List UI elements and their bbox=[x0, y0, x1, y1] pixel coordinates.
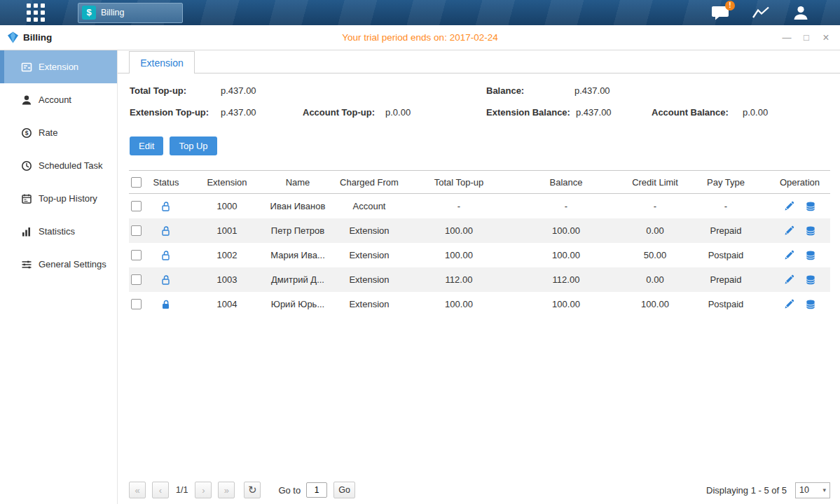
extension-cell: 1002 bbox=[184, 250, 270, 260]
extension-topup-value: p.437.00 bbox=[221, 107, 256, 118]
table-row[interactable]: 1004 Юрий Юрь... Extension 100.00 100.00… bbox=[129, 292, 830, 316]
page-size-select[interactable]: 10 ▾ bbox=[795, 482, 830, 498]
action-buttons: Edit Top Up bbox=[130, 136, 217, 155]
tab-extension[interactable]: Extension bbox=[129, 51, 195, 74]
topup-coins-icon[interactable] bbox=[805, 250, 816, 261]
name-cell: Дмитрий Д... bbox=[270, 274, 325, 285]
row-checkbox[interactable] bbox=[131, 250, 142, 260]
row-checkbox[interactable] bbox=[131, 299, 142, 309]
reports-icon[interactable] bbox=[752, 6, 770, 20]
maximize-icon[interactable]: □ bbox=[801, 32, 812, 43]
topup-coins-icon[interactable] bbox=[805, 274, 816, 286]
top-up-button[interactable]: Top Up bbox=[170, 136, 216, 155]
window-title-text: Billing bbox=[23, 32, 52, 43]
account-balance-value: p.0.00 bbox=[743, 107, 768, 118]
balance-label: Balance: bbox=[486, 85, 524, 96]
status-cell bbox=[149, 225, 184, 237]
rate-icon: $ bbox=[21, 127, 32, 139]
edit-button[interactable]: Edit bbox=[130, 136, 163, 155]
sidebar-item-statistics[interactable]: Statistics bbox=[0, 215, 117, 248]
person-icon bbox=[792, 5, 809, 20]
row-checkbox[interactable] bbox=[131, 225, 142, 236]
edit-icon[interactable] bbox=[784, 201, 794, 211]
header-checkbox-cell bbox=[129, 177, 149, 188]
col-balance: Balance bbox=[504, 177, 628, 188]
sidebar-item-label: Account bbox=[39, 94, 71, 105]
col-total-topup: Total Top-up bbox=[413, 177, 504, 188]
name-cell: Мария Ива... bbox=[270, 250, 325, 260]
prev-page-button[interactable]: ‹ bbox=[152, 482, 169, 498]
col-extension: Extension bbox=[184, 177, 270, 188]
table-row[interactable]: 1001 Петр Петров Extension 100.00 100.00… bbox=[129, 218, 830, 243]
unlock-icon bbox=[160, 201, 172, 212]
pay-type-cell: Postpaid bbox=[682, 250, 769, 260]
minimize-icon[interactable]: — bbox=[781, 32, 792, 43]
billing-logo-icon bbox=[7, 31, 19, 43]
total-topup-cell: 100.00 bbox=[413, 250, 504, 260]
billing-app-tab-label: Billing bbox=[101, 8, 124, 18]
close-icon[interactable]: × bbox=[820, 32, 832, 43]
credit-limit-cell: 100.00 bbox=[628, 299, 682, 309]
topup-coins-icon[interactable] bbox=[805, 201, 816, 212]
row-checkbox-cell bbox=[129, 299, 149, 309]
sidebar-item-general-settings[interactable]: General Settings bbox=[0, 248, 117, 281]
first-page-button[interactable]: « bbox=[129, 482, 146, 498]
table-row[interactable]: 1000 Иван Иванов Account - - - - bbox=[129, 194, 830, 218]
sidebar-item-scheduled-task[interactable]: Scheduled Task bbox=[0, 149, 117, 182]
charged-from-cell: Account bbox=[325, 201, 413, 211]
edit-icon[interactable] bbox=[784, 274, 794, 285]
last-page-button[interactable]: » bbox=[218, 482, 235, 498]
row-checkbox-cell bbox=[129, 225, 149, 236]
table-header: Status Extension Name Charged From Total… bbox=[129, 170, 830, 194]
row-checkbox[interactable] bbox=[131, 201, 142, 211]
account-icon bbox=[21, 94, 32, 106]
select-all-checkbox[interactable] bbox=[131, 177, 142, 188]
extension-topup-label: Extension Top-up: bbox=[130, 107, 209, 118]
sidebar-item-label: Scheduled Task bbox=[39, 160, 103, 171]
notification-badge: ! bbox=[725, 1, 735, 10]
unlock-icon bbox=[160, 225, 172, 237]
sidebar-item-extension[interactable]: Extension bbox=[0, 50, 117, 83]
topup-coins-icon[interactable] bbox=[805, 225, 816, 237]
charged-from-cell: Extension bbox=[325, 250, 413, 260]
sidebar-item-rate[interactable]: $ Rate bbox=[0, 116, 117, 149]
page-indicator: 1/1 bbox=[176, 485, 188, 495]
extension-balance-value: p.437.00 bbox=[576, 107, 612, 118]
topup-coins-icon[interactable] bbox=[805, 299, 816, 310]
sidebar-item-account[interactable]: Account bbox=[0, 83, 117, 116]
name-cell: Юрий Юрь... bbox=[270, 299, 325, 309]
col-operation: Operation bbox=[769, 177, 830, 188]
col-charged-from: Charged From bbox=[325, 177, 413, 188]
col-status: Status bbox=[149, 177, 184, 188]
table-row[interactable]: 1002 Мария Ива... Extension 100.00 100.0… bbox=[129, 243, 830, 267]
next-page-button[interactable]: › bbox=[195, 482, 212, 498]
lock-icon bbox=[160, 299, 172, 310]
account-topup-value: p.0.00 bbox=[385, 107, 411, 118]
sidebar-item-topup-history[interactable]: Top-up History bbox=[0, 182, 117, 215]
extension-cell: 1003 bbox=[184, 274, 270, 285]
operation-cell bbox=[769, 299, 830, 310]
operation-cell bbox=[769, 225, 830, 237]
go-button[interactable]: Go bbox=[333, 482, 355, 498]
balance-cell: 100.00 bbox=[504, 250, 628, 260]
total-topup-cell: 112.00 bbox=[413, 274, 504, 285]
balance-cell: - bbox=[504, 201, 628, 211]
window-title: Billing bbox=[7, 31, 52, 43]
user-menu-icon[interactable] bbox=[792, 5, 809, 20]
extension-cell: 1000 bbox=[184, 201, 270, 211]
table-row[interactable]: 1003 Дмитрий Д... Extension 112.00 112.0… bbox=[129, 267, 830, 292]
credit-limit-cell: 0.00 bbox=[628, 274, 682, 285]
balance-cell: 112.00 bbox=[504, 274, 628, 285]
billing-app-tab[interactable]: $ Billing bbox=[78, 3, 183, 23]
row-checkbox[interactable] bbox=[131, 274, 142, 285]
edit-icon[interactable] bbox=[784, 250, 794, 260]
apps-grid-icon[interactable] bbox=[27, 4, 46, 22]
pay-type-cell: Prepaid bbox=[682, 225, 769, 236]
bar-chart-icon bbox=[21, 226, 32, 237]
messages-icon[interactable]: ! bbox=[711, 6, 729, 20]
edit-icon[interactable] bbox=[784, 225, 794, 236]
refresh-icon[interactable]: ↻ bbox=[244, 482, 261, 498]
topbar-right: ! bbox=[711, 5, 809, 20]
edit-icon[interactable] bbox=[784, 299, 794, 309]
goto-page-input[interactable] bbox=[306, 482, 327, 498]
